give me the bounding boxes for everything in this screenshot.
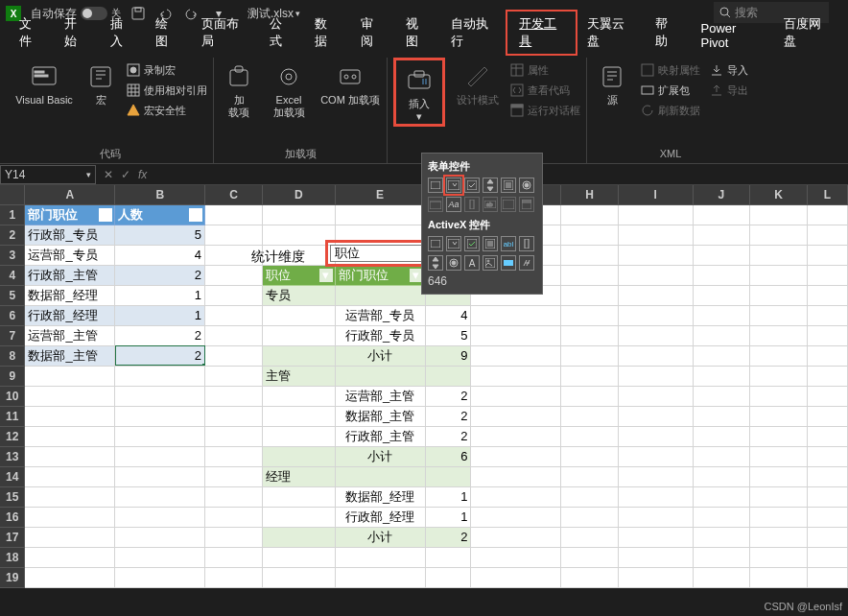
- tab-view[interactable]: 视图: [394, 12, 439, 54]
- cell-B10[interactable]: [115, 386, 205, 406]
- tab-powerpivot[interactable]: Power Pivot: [690, 17, 773, 54]
- cell-C6[interactable]: [205, 305, 263, 325]
- cell-H12[interactable]: [561, 426, 619, 446]
- cell-E16[interactable]: 行政部_经理: [335, 507, 425, 527]
- cell-B19[interactable]: [115, 567, 205, 587]
- cell-L8[interactable]: [808, 345, 848, 366]
- cell-B8[interactable]: 2: [115, 345, 205, 366]
- cell-L2[interactable]: [808, 225, 848, 245]
- cell-K9[interactable]: [750, 366, 808, 386]
- cell-G11[interactable]: [471, 406, 561, 426]
- row-1[interactable]: 1: [0, 204, 25, 225]
- ax-label-icon[interactable]: A: [464, 255, 480, 271]
- row-11[interactable]: 11: [0, 406, 25, 426]
- cell-L17[interactable]: [808, 527, 848, 547]
- cell-C10[interactable]: [205, 386, 263, 406]
- export-button[interactable]: 导出: [710, 82, 748, 99]
- cell-G10[interactable]: [471, 386, 561, 406]
- cell-B12[interactable]: [115, 426, 205, 446]
- map-props-button[interactable]: 映射属性: [641, 61, 700, 79]
- expansion-button[interactable]: 扩展包: [641, 82, 700, 99]
- cell-B11[interactable]: [115, 406, 205, 426]
- col-H[interactable]: H: [561, 185, 619, 204]
- cell-E18[interactable]: [335, 547, 425, 567]
- filter-dropdown-icon[interactable]: ▾: [319, 269, 333, 282]
- cell-D19[interactable]: [262, 567, 335, 587]
- col-L[interactable]: L: [808, 185, 848, 204]
- cell-D1[interactable]: [262, 204, 335, 225]
- row-14[interactable]: 14: [0, 466, 25, 486]
- row-13[interactable]: 13: [0, 446, 25, 466]
- form-listbox-icon[interactable]: [501, 178, 516, 193]
- form-combobox-icon[interactable]: [446, 178, 461, 193]
- view-code-button[interactable]: 查看代码: [510, 82, 580, 99]
- cell-A12[interactable]: [25, 426, 115, 446]
- filter-dropdown-icon[interactable]: ▾: [189, 208, 202, 222]
- cell-C2[interactable]: [205, 225, 263, 245]
- tab-file[interactable]: 文件: [8, 12, 53, 54]
- cell-C7[interactable]: [205, 325, 263, 345]
- cell-G17[interactable]: [471, 527, 561, 547]
- row-18[interactable]: 18: [0, 547, 25, 567]
- row-19[interactable]: 19: [0, 567, 25, 587]
- cell-I1[interactable]: [618, 204, 693, 225]
- cell-B3[interactable]: 4: [115, 245, 205, 265]
- col-D[interactable]: D: [262, 185, 335, 204]
- cell-B1[interactable]: 人数▾: [115, 204, 205, 225]
- cell-A10[interactable]: [25, 386, 115, 406]
- cell-K12[interactable]: [750, 426, 808, 446]
- cell-K11[interactable]: [750, 406, 808, 426]
- tab-tianyi[interactable]: 天翼云盘: [576, 12, 644, 54]
- cell-I15[interactable]: [618, 486, 693, 507]
- cell-I8[interactable]: [618, 345, 693, 366]
- cell-I5[interactable]: [618, 285, 693, 305]
- addins-button[interactable]: 加 载项: [220, 58, 258, 119]
- cell-F12[interactable]: 2: [425, 426, 471, 446]
- tab-review[interactable]: 审阅: [349, 12, 394, 54]
- cell-A2[interactable]: 行政部_专员: [25, 225, 115, 245]
- col-K[interactable]: K: [750, 185, 808, 204]
- cell-H3[interactable]: [561, 245, 619, 265]
- tab-formulas[interactable]: 公式: [258, 12, 303, 54]
- form-option-icon[interactable]: [519, 178, 534, 193]
- relative-ref-button[interactable]: 使用相对引用: [127, 82, 207, 99]
- cell-G19[interactable]: [471, 567, 561, 587]
- cell-D15[interactable]: [262, 486, 335, 507]
- form-scrollbar-icon[interactable]: [464, 197, 480, 212]
- cell-H14[interactable]: [561, 466, 619, 486]
- cell-J8[interactable]: [693, 345, 750, 366]
- cell-L14[interactable]: [808, 466, 848, 486]
- cell-L7[interactable]: [808, 325, 848, 345]
- cell-J10[interactable]: [693, 386, 750, 406]
- cell-L3[interactable]: [808, 245, 848, 265]
- cell-J13[interactable]: [693, 446, 750, 466]
- ax-toggle-icon[interactable]: [501, 255, 516, 271]
- cell-L5[interactable]: [808, 285, 848, 305]
- cell-H11[interactable]: [561, 406, 619, 426]
- ax-listbox-icon[interactable]: [483, 236, 498, 251]
- cell-I4[interactable]: [618, 265, 693, 285]
- cell-A18[interactable]: [25, 547, 115, 567]
- row-5[interactable]: 5: [0, 285, 25, 305]
- tab-help[interactable]: 帮助: [644, 12, 689, 54]
- cell-E17[interactable]: 小计: [335, 527, 425, 547]
- properties-button[interactable]: 属性: [510, 61, 580, 79]
- cell-K13[interactable]: [750, 446, 808, 466]
- row-7[interactable]: 7: [0, 325, 25, 345]
- cell-F15[interactable]: 1: [425, 486, 471, 507]
- cell-D4[interactable]: 职位▾: [262, 265, 335, 285]
- cell-F8[interactable]: 9: [425, 345, 471, 366]
- cell-L6[interactable]: [808, 305, 848, 325]
- cell-I3[interactable]: [618, 245, 693, 265]
- cell-E5[interactable]: [335, 285, 425, 305]
- cell-B4[interactable]: 2: [115, 265, 205, 285]
- cell-J12[interactable]: [693, 426, 750, 446]
- row-15[interactable]: 15: [0, 486, 25, 507]
- cell-D12[interactable]: [262, 426, 335, 446]
- cell-A19[interactable]: [25, 567, 115, 587]
- cell-D18[interactable]: [262, 547, 335, 567]
- cell-E8[interactable]: 小计: [335, 345, 425, 366]
- cell-H8[interactable]: [561, 345, 619, 366]
- cell-L10[interactable]: [808, 386, 848, 406]
- cell-F17[interactable]: 2: [425, 527, 471, 547]
